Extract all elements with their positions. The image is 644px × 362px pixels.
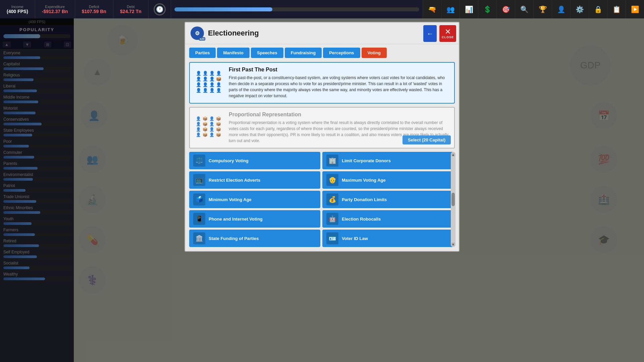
policy-icon: 🤖 xyxy=(326,213,338,225)
policy-item-voter_id_law[interactable]: 🪪 Voter ID Law xyxy=(322,230,453,247)
pr-title: Proportional Representation xyxy=(229,112,450,118)
policy-item-minimum_voting_age[interactable]: 🗳️ Minimum Voting Age xyxy=(189,191,320,208)
policy-name: Restrict Election Adverts xyxy=(209,178,260,183)
fptp-content: First Past The Post First-past-the-post,… xyxy=(229,67,450,99)
modal-header: ⚙ x20 Electioneering ← ✕ CLOSE xyxy=(185,22,459,44)
target-icon-btn[interactable]: 🎯 xyxy=(496,0,515,18)
top-bar-icons: 🔫 👥 📊 💲 🎯 🔍 🏆 👤 ⚙️ 🔒 📋 ▶️ xyxy=(423,0,644,18)
pr-icon: 👤 📦 👤 📦 👤 📦 👤 📦 👤 📦 👤 📦 👤 📦 xyxy=(194,112,224,142)
doc-icon-btn[interactable]: 📋 xyxy=(607,0,626,18)
tab-manifesto[interactable]: Manifesto xyxy=(217,48,250,58)
lock-icon-btn[interactable]: 🔒 xyxy=(589,0,607,18)
pr-card: 👤 📦 👤 📦 👤 📦 👤 📦 👤 📦 👤 📦 👤 📦 xyxy=(189,107,455,148)
policy-item-election_robocalls[interactable]: 🤖 Election Robocalls xyxy=(322,210,453,228)
modal-icon-x20-label: x20 xyxy=(199,37,205,41)
chart-icon-btn[interactable]: 📊 xyxy=(460,0,478,18)
scroll-up-arrow[interactable]: ▲ xyxy=(451,153,455,157)
policy-icon: 🪪 xyxy=(326,232,338,244)
scroll-down-arrow[interactable]: ▼ xyxy=(451,242,455,246)
fptp-desc: First-past-the-post, or a constituency-b… xyxy=(229,75,450,99)
modal-icon: ⚙ x20 xyxy=(191,26,204,40)
policy-icon: 🏛️ xyxy=(193,232,205,244)
policy-item-maximum_voting_age[interactable]: 👴 Maximum Voting Age xyxy=(322,171,453,189)
expenditure-stat: Expenditure -$912.37 Bn xyxy=(35,0,75,18)
policy-name: State Funding of Parties xyxy=(209,236,259,241)
policy-item-compulsory_voting[interactable]: ⚖️ Compulsory Voting xyxy=(189,152,320,169)
tab-fundraising[interactable]: Fundraising xyxy=(285,48,322,58)
search-icon-btn[interactable]: 🔍 xyxy=(515,0,533,18)
pr-select-button[interactable]: Select (20 Capital) xyxy=(402,135,451,144)
fptp-title: First Past The Post xyxy=(229,67,450,73)
policy-icon: 🗳️ xyxy=(193,193,205,205)
modal-close-button[interactable]: ✕ CLOSE xyxy=(439,25,456,42)
money-icon-btn[interactable]: 💲 xyxy=(478,0,496,18)
policy-name: Voter ID Law xyxy=(342,236,368,241)
top-bar: Income (400 FPS) Expenditure -$912.37 Bn… xyxy=(0,0,644,18)
gun-icon-btn[interactable]: 🔫 xyxy=(423,0,441,18)
tab-parties[interactable]: Parties xyxy=(189,48,216,58)
modal-title: Electioneering xyxy=(208,29,259,38)
policy-icon: 🏢 xyxy=(326,155,338,167)
policy-name: Limit Corporate Donors xyxy=(342,158,391,163)
policy-name: Election Robocalls xyxy=(342,217,381,222)
policy-item-restrict_election_adverts[interactable]: 📺 Restrict Election Adverts xyxy=(189,171,320,189)
policy-icon: 📱 xyxy=(193,213,205,225)
policy-name: Phone and Internet Voting xyxy=(209,217,263,222)
tab-voting[interactable]: Voting xyxy=(362,48,387,58)
policy-name: Minimum Voting Age xyxy=(209,197,252,202)
people-icon-btn[interactable]: 👥 xyxy=(441,0,460,18)
policy-scrollbar: ▲ ▼ xyxy=(451,152,455,247)
clock: 🕐 xyxy=(149,0,171,18)
deficit-stat: Deficit $107.59 Bn xyxy=(75,0,113,18)
fps-display: Income (400 FPS) xyxy=(0,0,35,18)
policy-name: Party Donation Limits xyxy=(342,197,387,202)
modal-body: 👤 👤 👤 👤 👤 👤 👤 📦 👤 👤 👤 👤 👤 👤 xyxy=(185,58,459,251)
scroll-thumb[interactable] xyxy=(451,193,455,206)
clock-icon: 🕐 xyxy=(154,3,166,15)
policy-icon: ⚖️ xyxy=(193,155,205,167)
policy-icon: 💰 xyxy=(326,193,338,205)
fptp-icon: 👤 👤 👤 👤 👤 👤 👤 📦 👤 👤 👤 👤 👤 👤 xyxy=(194,67,224,97)
electioneering-modal: ⚙ x20 Electioneering ← ✕ CLOSE Parties M… xyxy=(184,22,460,252)
policy-icon: 👴 xyxy=(326,174,338,186)
policy-name: Maximum Voting Age xyxy=(342,178,386,183)
policy-item-party_donation_limits[interactable]: 💰 Party Donation Limits xyxy=(322,191,453,208)
policy-item-state_funding_parties[interactable]: 🏛️ State Funding of Parties xyxy=(189,230,320,247)
person-icon-btn[interactable]: 👤 xyxy=(552,0,570,18)
trophy-icon-btn[interactable]: 🏆 xyxy=(533,0,552,18)
settings-icon-btn[interactable]: ⚙️ xyxy=(570,0,589,18)
policy-icon: 📺 xyxy=(193,174,205,186)
progress-fill xyxy=(174,7,272,11)
modal-back-button[interactable]: ← xyxy=(423,25,437,42)
modal-overlay: ⚙ x20 Electioneering ← ✕ CLOSE Parties M… xyxy=(0,18,644,362)
play-icon-btn[interactable]: ▶️ xyxy=(626,0,644,18)
progress-bar xyxy=(174,7,419,11)
debt-stat: Debt $24.72 Tn xyxy=(113,0,149,18)
tab-perceptions[interactable]: Perceptions xyxy=(323,48,360,58)
policy-item-phone_internet_voting[interactable]: 📱 Phone and Internet Voting xyxy=(189,210,320,228)
fptp-card: 👤 👤 👤 👤 👤 👤 👤 📦 👤 👤 👤 👤 👤 👤 xyxy=(189,62,455,104)
policy-name: Compulsory Voting xyxy=(209,158,249,163)
policy-grid: ⚖️ Compulsory Voting 🏢 Limit Corporate D… xyxy=(189,152,455,247)
policy-scroll-area: ⚖️ Compulsory Voting 🏢 Limit Corporate D… xyxy=(189,152,455,247)
policy-item-limit_corporate_donors[interactable]: 🏢 Limit Corporate Donors xyxy=(322,152,453,169)
modal-tabs: Parties Manifesto Speeches Fundraising P… xyxy=(185,44,459,58)
tab-speeches[interactable]: Speeches xyxy=(251,48,283,58)
